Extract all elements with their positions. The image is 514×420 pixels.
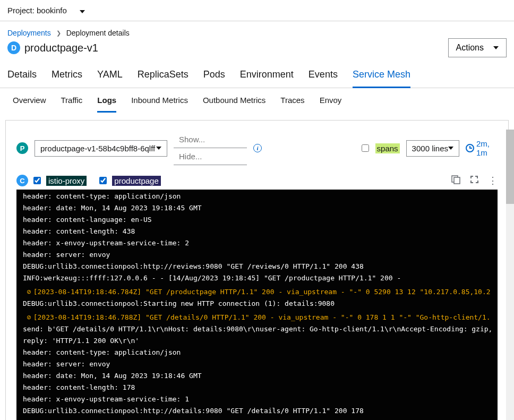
- caret-down-icon: [156, 147, 161, 150]
- kebab-icon[interactable]: ⋮: [488, 176, 498, 185]
- tab-replicasets[interactable]: ReplicaSets: [138, 63, 189, 88]
- tab-details[interactable]: Details: [7, 63, 37, 88]
- project-label[interactable]: Project: bookinfo: [7, 6, 67, 15]
- log-line: header: server: envoy: [23, 358, 491, 370]
- warn-icon: ⊘: [27, 288, 31, 296]
- istio-checkbox[interactable]: [33, 177, 41, 184]
- log-line: header: server: envoy: [23, 249, 491, 261]
- log-line: ⊘[2023-08-14T19:18:46.784Z] "GET /produc…: [23, 286, 491, 298]
- breadcrumb-deployments[interactable]: Deployments: [7, 29, 51, 37]
- project-bar: Project: bookinfo: [0, 0, 514, 21]
- subtab-traffic[interactable]: Traffic: [61, 89, 83, 113]
- subtab-logs[interactable]: Logs: [97, 89, 116, 113]
- tab-environment[interactable]: Environment: [240, 63, 294, 88]
- tab-events[interactable]: Events: [309, 63, 338, 88]
- log-line: ⊘[2023-08-14T19:18:46.788Z] "GET /detail…: [23, 312, 491, 323]
- svg-rect-1: [454, 177, 460, 184]
- container-badge: C: [16, 175, 28, 186]
- scrollbar[interactable]: [506, 130, 514, 420]
- project-caret-icon[interactable]: [80, 6, 85, 15]
- log-line: header: x-envoy-upstream-service-time: 1: [23, 393, 491, 405]
- time-label: 2m, 1m: [476, 139, 498, 157]
- subtab-overview[interactable]: Overview: [13, 89, 46, 113]
- page-title: productpage-v1: [24, 42, 98, 54]
- productpage-label: productpage: [112, 176, 160, 186]
- subtab-traces[interactable]: Traces: [280, 89, 304, 113]
- page-title-row: D productpage-v1: [7, 41, 130, 54]
- container-row: C istio-proxy productpage ⋮: [16, 175, 498, 186]
- log-line: header: date: Mon, 14 Aug 2023 19:18:46 …: [23, 370, 491, 382]
- log-line: header: date: Mon, 14 Aug 2023 19:18:45 …: [23, 202, 491, 214]
- actions-button[interactable]: Actions: [448, 38, 507, 57]
- show-filter-input[interactable]: [174, 131, 247, 148]
- scrollbar-thumb[interactable]: [506, 130, 514, 204]
- istio-label: istio-proxy: [46, 176, 87, 186]
- warn-icon: ⊘: [27, 313, 31, 321]
- log-output[interactable]: header: content-type: application/jsonhe…: [16, 190, 498, 420]
- log-line: header: content-type: application/json: [23, 191, 491, 202]
- log-line: header: content-type: application/json: [23, 347, 491, 358]
- clock-icon: [466, 144, 474, 152]
- breadcrumb: Deployments ❯ Deployment details: [7, 29, 130, 37]
- log-line: DEBUG:urllib3.connectionpool:Starting ne…: [23, 298, 491, 310]
- caret-down-icon: [493, 46, 499, 49]
- log-line: DEBUG:urllib3.connectionpool:http://deta…: [23, 405, 491, 417]
- copy-icon[interactable]: [451, 175, 460, 186]
- subtab-outbound-metrics[interactable]: Outbound Metrics: [203, 89, 265, 113]
- pod-select-value: productpage-v1-58b4c9bff8-6qlff: [40, 144, 155, 153]
- log-line: DEBUG:urllib3.connectionpool:http://revi…: [23, 261, 491, 272]
- log-line: header: content-language: en-US: [23, 214, 491, 226]
- log-line: header: x-envoy-upstream-service-time: 2: [23, 237, 491, 249]
- time-range[interactable]: 2m, 1m: [466, 139, 498, 157]
- log-controls: P productpage-v1-58b4c9bff8-6qlff i span…: [16, 131, 498, 165]
- actions-label: Actions: [456, 43, 484, 53]
- hide-filter-input[interactable]: [174, 148, 247, 165]
- log-line: send: b'GET /details/0 HTTP/1.1\r\nHost:…: [23, 323, 491, 335]
- main-tabs: DetailsMetricsYAMLReplicaSetsPodsEnviron…: [0, 63, 514, 88]
- sub-tabs: OverviewTrafficLogsInbound MetricsOutbou…: [0, 89, 514, 113]
- lines-select[interactable]: 3000 lines: [406, 140, 459, 157]
- tab-service-mesh[interactable]: Service Mesh: [353, 63, 410, 88]
- chevron-right-icon: ❯: [56, 30, 61, 37]
- deployment-badge: D: [7, 41, 20, 54]
- log-line: header: content-length: 438: [23, 226, 491, 237]
- log-line: reply: 'HTTP/1.1 200 OK\r\n': [23, 335, 491, 347]
- productpage-checkbox[interactable]: [99, 177, 107, 184]
- subtab-envoy[interactable]: Envoy: [320, 89, 342, 113]
- page-header: Deployments ❯ Deployment details D produ…: [0, 21, 514, 63]
- logs-panel: P productpage-v1-58b4c9bff8-6qlff i span…: [5, 120, 509, 420]
- caret-down-icon: [448, 147, 453, 150]
- tab-pods[interactable]: Pods: [203, 63, 225, 88]
- log-line: INFO:werkzeug:::ffff:127.0.0.6 - - [14/A…: [23, 272, 491, 284]
- lines-select-value: 3000 lines: [412, 144, 448, 153]
- spans-label: spans: [375, 143, 400, 153]
- spans-checkbox[interactable]: [362, 144, 369, 152]
- tab-metrics[interactable]: Metrics: [52, 63, 82, 88]
- subtab-inbound-metrics[interactable]: Inbound Metrics: [131, 89, 188, 113]
- expand-icon[interactable]: [470, 175, 478, 186]
- pod-select[interactable]: productpage-v1-58b4c9bff8-6qlff: [35, 140, 167, 157]
- info-icon[interactable]: i: [253, 144, 262, 152]
- log-line: header: content-length: 178: [23, 382, 491, 393]
- breadcrumb-current: Deployment details: [66, 29, 130, 37]
- tab-yaml[interactable]: YAML: [97, 63, 123, 88]
- pod-badge: P: [16, 142, 28, 154]
